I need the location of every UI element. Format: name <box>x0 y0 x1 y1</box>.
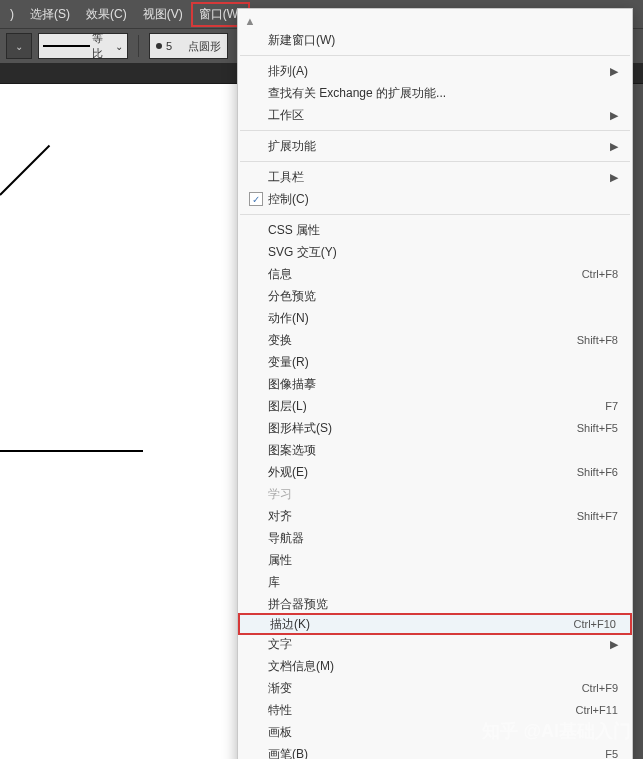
menu-entry-shortcut: Ctrl+F10 <box>574 618 617 630</box>
menu-entry-label: 文字 <box>268 636 610 653</box>
menu-entry-label: 渐变 <box>268 680 582 697</box>
menu-entry-label: CSS 属性 <box>268 222 618 239</box>
menu-entry[interactable]: 工具栏▶ <box>238 166 632 188</box>
menu-entry-label: 新建窗口(W) <box>268 32 618 49</box>
menu-item-1[interactable]: 选择(S) <box>22 2 78 27</box>
menu-item-3[interactable]: 视图(V) <box>135 2 191 27</box>
menu-entry: 学习 <box>238 483 632 505</box>
menu-entry[interactable]: 画笔(B)F5 <box>238 743 632 759</box>
menu-entry-label: 库 <box>268 574 618 591</box>
window-menu-dropdown: ▲ 新建窗口(W)排列(A)▶查找有关 Exchange 的扩展功能...工作区… <box>237 8 633 759</box>
menu-entry[interactable]: 变量(R) <box>238 351 632 373</box>
menu-entry-label: 分色预览 <box>268 288 618 305</box>
menu-entry-shortcut: Shift+F7 <box>577 510 618 522</box>
point-style-dropdown[interactable]: 5 点圆形 <box>149 33 228 59</box>
checkmark-icon: ✓ <box>249 192 263 206</box>
menu-separator <box>240 214 630 215</box>
stroke-ratio-label: 等比 <box>92 31 113 61</box>
menu-entry-label: 画笔(B) <box>268 746 605 760</box>
menu-entry-label: 对齐 <box>268 508 577 525</box>
menu-entry[interactable]: 图像描摹 <box>238 373 632 395</box>
menu-entry[interactable]: 信息Ctrl+F8 <box>238 263 632 285</box>
menu-entry[interactable]: CSS 属性 <box>238 219 632 241</box>
menu-entry[interactable]: 属性 <box>238 549 632 571</box>
point-value: 5 <box>166 40 184 52</box>
canvas-line <box>0 450 143 452</box>
menu-entry-label: 特性 <box>268 702 576 719</box>
menu-separator <box>240 161 630 162</box>
menu-entry-label: 图形样式(S) <box>268 420 577 437</box>
canvas[interactable] <box>0 84 237 759</box>
menu-entry[interactable]: SVG 交互(Y) <box>238 241 632 263</box>
menu-entry[interactable]: 排列(A)▶ <box>238 60 632 82</box>
chevron-down-icon: ⌄ <box>115 41 123 52</box>
menu-entry-label: 工具栏 <box>268 169 610 186</box>
submenu-arrow-icon: ▶ <box>610 140 618 153</box>
menu-entry[interactable]: 文档信息(M) <box>238 655 632 677</box>
menu-entry-label: 图案选项 <box>268 442 618 459</box>
menu-entry-label: 学习 <box>268 486 618 503</box>
menu-entry-label: SVG 交互(Y) <box>268 244 618 261</box>
menu-entry-shortcut: Shift+F6 <box>577 466 618 478</box>
menu-entry[interactable]: 画板 <box>238 721 632 743</box>
stroke-line-preview <box>43 45 90 47</box>
menu-item-2[interactable]: 效果(C) <box>78 2 135 27</box>
menu-entry[interactable]: 图案选项 <box>238 439 632 461</box>
menu-entry-shortcut: F5 <box>605 748 618 759</box>
submenu-arrow-icon: ▶ <box>610 171 618 184</box>
menu-entry[interactable]: 变换Shift+F8 <box>238 329 632 351</box>
scroll-up-arrow[interactable]: ▲ <box>238 13 262 29</box>
menu-entry-label: 查找有关 Exchange 的扩展功能... <box>268 85 618 102</box>
submenu-arrow-icon: ▶ <box>610 65 618 78</box>
menu-entry[interactable]: 外观(E)Shift+F6 <box>238 461 632 483</box>
menu-entry[interactable]: 新建窗口(W) <box>238 29 632 51</box>
menu-entry-shortcut: Ctrl+F9 <box>582 682 618 694</box>
menu-entry-shortcut: Shift+F8 <box>577 334 618 346</box>
menu-entry-label: 控制(C) <box>268 191 618 208</box>
menu-entry[interactable]: 扩展功能▶ <box>238 135 632 157</box>
check-column: ✓ <box>238 192 268 207</box>
divider <box>138 35 139 57</box>
menu-entry[interactable]: 分色预览 <box>238 285 632 307</box>
menu-entry-label: 动作(N) <box>268 310 618 327</box>
menu-entry[interactable]: 文字▶ <box>238 633 632 655</box>
submenu-arrow-icon: ▶ <box>610 109 618 122</box>
menu-entry-label: 变量(R) <box>268 354 618 371</box>
canvas-line <box>0 145 50 196</box>
menu-entry-label: 工作区 <box>268 107 610 124</box>
menu-entry[interactable]: 导航器 <box>238 527 632 549</box>
tool-dropdown-1[interactable]: ⌄ <box>6 33 32 59</box>
stroke-style-dropdown[interactable]: 等比 ⌄ <box>38 33 128 59</box>
point-dot-icon <box>156 43 162 49</box>
menu-entry-label: 属性 <box>268 552 618 569</box>
menu-entry-label: 外观(E) <box>268 464 577 481</box>
menu-item-0[interactable]: ) <box>2 3 22 25</box>
menu-entry[interactable]: 工作区▶ <box>238 104 632 126</box>
menu-separator <box>240 55 630 56</box>
menu-entry-shortcut: F7 <box>605 400 618 412</box>
menu-entry-shortcut: Ctrl+F11 <box>576 704 619 716</box>
menu-entry[interactable]: 图层(L)F7 <box>238 395 632 417</box>
menu-entry[interactable]: 库 <box>238 571 632 593</box>
menu-entry[interactable]: 拼合器预览 <box>238 593 632 615</box>
menu-entry[interactable]: 特性Ctrl+F11 <box>238 699 632 721</box>
menu-entry-label: 信息 <box>268 266 582 283</box>
menu-entry[interactable]: 对齐Shift+F7 <box>238 505 632 527</box>
menu-entry-label: 描边(K) <box>270 616 574 633</box>
menu-separator <box>240 130 630 131</box>
menu-entry-shortcut: Ctrl+F8 <box>582 268 618 280</box>
menu-entry-label: 导航器 <box>268 530 618 547</box>
menu-entry-label: 拼合器预览 <box>268 596 618 613</box>
menu-entry[interactable]: ✓控制(C) <box>238 188 632 210</box>
point-label: 点圆形 <box>188 39 221 54</box>
menu-entry-label: 变换 <box>268 332 577 349</box>
menu-entry-label: 画板 <box>268 724 618 741</box>
menu-entry[interactable]: 渐变Ctrl+F9 <box>238 677 632 699</box>
menu-entry[interactable]: 图形样式(S)Shift+F5 <box>238 417 632 439</box>
menu-entry[interactable]: 查找有关 Exchange 的扩展功能... <box>238 82 632 104</box>
menu-entry-shortcut: Shift+F5 <box>577 422 618 434</box>
chevron-down-icon: ⌄ <box>15 41 23 52</box>
menu-entry[interactable]: 动作(N) <box>238 307 632 329</box>
menu-entry-label: 扩展功能 <box>268 138 610 155</box>
menu-entry[interactable]: 描边(K)Ctrl+F10 <box>238 613 632 635</box>
